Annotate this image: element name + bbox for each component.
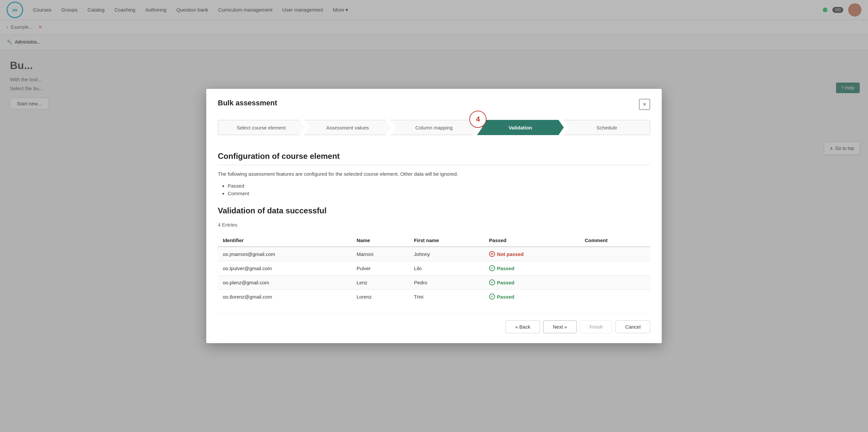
validation-table: Identifier Name First name Passed Commen… xyxy=(218,234,650,304)
table-row: oo.plenz@gmail.comLenzPedro✓Passed xyxy=(218,276,650,290)
config-description: The following assessment features are co… xyxy=(218,170,650,178)
passed-icon: ✓ xyxy=(489,294,495,299)
cancel-button[interactable]: Cancel xyxy=(616,320,650,333)
cell-first-name: Pedro xyxy=(409,276,484,290)
cell-comment xyxy=(580,247,650,261)
cell-identifier: oo.tlorenz@gmail.com xyxy=(218,290,351,304)
back-button[interactable]: « Back xyxy=(506,320,540,333)
cell-name: Lenz xyxy=(351,276,409,290)
step-wizard: Select course element Assessment values … xyxy=(218,120,650,135)
cell-comment xyxy=(580,290,650,304)
cell-name: Marroni xyxy=(351,247,409,261)
cell-comment xyxy=(580,276,650,290)
passed-icon: ✓ xyxy=(489,265,495,271)
modal-footer: « Back Next » Finish Cancel xyxy=(218,313,650,333)
not-passed-icon: ✕ xyxy=(489,251,495,257)
config-features-list: Passed Comment xyxy=(218,183,650,196)
config-section-title: Configuration of course element xyxy=(218,152,650,165)
bulk-assessment-modal: Bulk assessment × 4 Select course elemen… xyxy=(206,89,662,343)
finish-button: Finish xyxy=(580,320,612,333)
cell-first-name: Trini xyxy=(409,290,484,304)
col-identifier: Identifier xyxy=(218,234,351,247)
step-tab-schedule[interactable]: Schedule xyxy=(563,120,650,135)
cell-identifier: oo.lpulver@gmail.com xyxy=(218,261,351,276)
col-comment: Comment xyxy=(580,234,650,247)
cell-name: Lorenz xyxy=(351,290,409,304)
modal-title: Bulk assessment xyxy=(218,99,277,107)
cell-first-name: Johnny xyxy=(409,247,484,261)
table-row: oo.lpulver@gmail.comPulverLilo✓Passed xyxy=(218,261,650,276)
step-tab-assessment-values[interactable]: Assessment values xyxy=(304,120,391,135)
modal-header: Bulk assessment × xyxy=(218,99,650,110)
step-wizard-container: 4 Select course element Assessment value… xyxy=(218,120,650,135)
entries-count: 4 Entries xyxy=(218,222,650,228)
cell-identifier: oo.plenz@gmail.com xyxy=(218,276,351,290)
cell-passed: ✓Passed xyxy=(484,261,580,276)
cell-first-name: Lilo xyxy=(409,261,484,276)
cell-passed: ✓Passed xyxy=(484,290,580,304)
config-feature-comment: Comment xyxy=(228,191,650,196)
col-passed: Passed xyxy=(484,234,580,247)
modal-close-button[interactable]: × xyxy=(639,99,650,110)
col-first-name: First name xyxy=(409,234,484,247)
cell-name: Pulver xyxy=(351,261,409,276)
validation-title: Validation of data successful xyxy=(218,206,650,215)
step-tab-select-course[interactable]: Select course element xyxy=(218,120,305,135)
step-number-bubble: 4 xyxy=(469,111,487,128)
col-name: Name xyxy=(351,234,409,247)
cell-passed: ✓Passed xyxy=(484,276,580,290)
table-row: oo.tlorenz@gmail.comLorenzTrini✓Passed xyxy=(218,290,650,304)
cell-passed: ✕Not passed xyxy=(484,247,580,261)
step-tab-column-mapping[interactable]: Column mapping xyxy=(391,120,477,135)
passed-icon: ✓ xyxy=(489,280,495,285)
step-tab-validation[interactable]: Validation xyxy=(477,120,564,135)
cell-identifier: oo.jmarroni@gmail.com xyxy=(218,247,351,261)
next-button[interactable]: Next » xyxy=(543,320,577,333)
table-row: oo.jmarroni@gmail.comMarroniJohnny✕Not p… xyxy=(218,247,650,261)
cell-comment xyxy=(580,261,650,276)
config-feature-passed: Passed xyxy=(228,183,650,189)
